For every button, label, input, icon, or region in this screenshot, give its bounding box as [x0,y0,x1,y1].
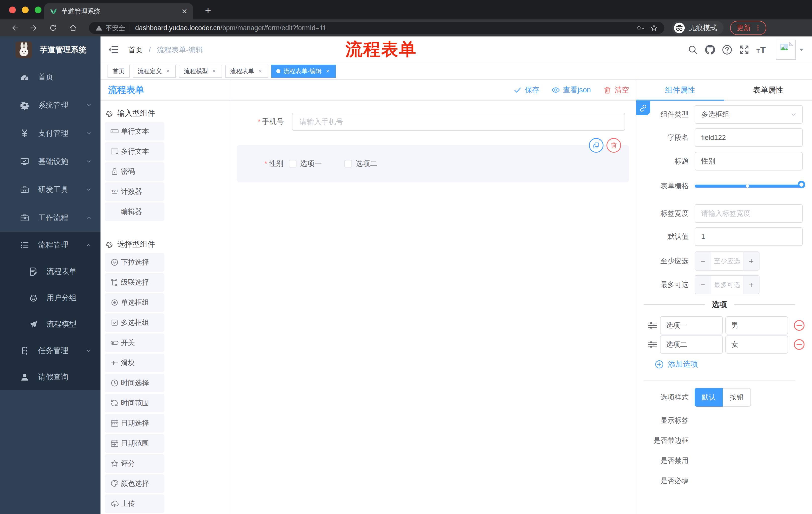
component-chip-switch[interactable]: 开关 [105,333,164,352]
slider-handle[interactable] [798,181,805,188]
style-button-button[interactable]: 按钮 [723,388,751,407]
component-chip-multi-text[interactable]: 多行文本 [105,142,164,161]
default-value-input[interactable] [695,227,803,246]
checkbox-option1[interactable] [289,160,296,167]
tab-form-props[interactable]: 表单属性 [724,80,812,100]
component-chip-time[interactable]: 时间选择 [105,374,164,392]
component-chip-radio-group[interactable]: 单选框组 [105,293,164,312]
sidebar-item-payment[interactable]: 支付管理 [0,119,100,147]
grid-slider[interactable] [695,185,801,188]
tag-process-definition[interactable]: 流程定义 × [133,64,176,78]
browser-update-button[interactable]: 更新 [730,21,766,35]
component-chip-cascader[interactable]: 级联选择 [105,273,164,292]
back-icon[interactable] [10,24,19,32]
option2-name-input[interactable] [660,335,723,354]
tab-component-props[interactable]: 组件属性 [636,80,724,100]
sidebar-item-devtools[interactable]: 研发工具 [0,175,100,204]
field-name-input[interactable] [695,128,803,147]
max-select-input[interactable] [711,276,743,294]
component-chip-color[interactable]: 颜色选择 [105,474,164,493]
minimize-window-button[interactable] [22,6,29,13]
component-chip-password[interactable]: 密码 [105,162,164,181]
sidebar-item-task-mgmt[interactable]: 任务管理 [0,337,100,364]
link-tab[interactable] [636,101,650,115]
component-chip-slider[interactable]: 滑块 [105,354,164,372]
sidebar-item-user-group[interactable]: 用户分组 [0,285,100,311]
sidebar-item-infra[interactable]: 基础设施 [0,147,100,175]
text-size-icon[interactable]: TT [756,44,767,55]
bookmark-star-icon[interactable] [650,24,658,32]
breadcrumb-home[interactable]: 首页 [128,46,143,54]
avatar-caret-down-icon[interactable] [798,46,805,53]
phone-field-row[interactable]: *手机号 [230,113,636,131]
close-tag-icon[interactable]: × [211,67,217,75]
component-chip-rate[interactable]: 评分 [105,454,164,473]
close-tag-icon[interactable]: × [165,67,171,75]
add-option-button[interactable]: 添加选项 [655,359,803,370]
component-chip-single-text[interactable]: 单行文本 [105,122,164,141]
tag-process-form[interactable]: 流程表单 × [225,64,268,78]
decrease-button[interactable]: − [695,276,711,294]
component-chip-counter[interactable]: 123计数器 [105,182,164,201]
delete-component-button[interactable] [607,138,621,153]
checkbox-option2-label[interactable]: 选项二 [355,159,377,169]
sidebar-logo[interactable]: 芋道管理系统 [0,36,100,63]
option1-name-input[interactable] [660,316,723,334]
browser-menu-icon[interactable] [755,24,761,32]
component-chip-select[interactable]: 下拉选择 [105,253,164,272]
component-chip-date-range[interactable]: 日期范围 [105,434,164,453]
phone-input[interactable] [292,113,625,131]
save-button[interactable]: 保存 [513,85,540,95]
drag-handle-icon[interactable] [647,320,658,330]
duplicate-component-button[interactable] [589,138,604,153]
component-chip-upload[interactable]: 上传 [105,494,164,513]
increase-button[interactable]: + [743,276,759,294]
new-tab-button[interactable]: + [201,4,215,18]
checkbox-option2[interactable] [344,160,352,167]
title-input[interactable] [695,152,803,170]
avatar[interactable] [776,40,796,60]
close-tag-icon[interactable]: × [325,67,330,75]
tag-process-form-edit[interactable]: 流程表单-编辑 × [271,64,336,78]
close-window-button[interactable] [9,6,16,13]
fullscreen-icon[interactable] [738,44,750,55]
sidebar-item-process-mgmt[interactable]: 流程管理 [0,232,100,258]
remove-option-icon[interactable] [793,319,805,331]
sidebar-item-system[interactable]: 系统管理 [0,91,100,119]
component-chip-date[interactable]: 日期选择 [105,414,164,433]
min-select-input[interactable] [711,252,743,270]
sidebar-item-workflow[interactable]: 工作流程 [0,204,100,232]
sidebar-item-process-form[interactable]: 流程表单 [0,258,100,285]
style-default-button[interactable]: 默认 [695,388,723,407]
label-width-input[interactable] [695,204,803,223]
sidebar-item-home[interactable]: 首页 [0,63,100,91]
sidebar-fold-icon[interactable] [108,45,118,55]
decrease-button[interactable]: − [695,252,711,270]
component-chip-editor[interactable]: 编辑器 [105,202,164,221]
question-icon[interactable] [722,44,733,55]
search-icon[interactable] [687,44,698,55]
forward-icon[interactable] [30,24,38,32]
option1-value-input[interactable] [725,316,788,334]
browser-tab[interactable]: 芋道管理系统 ✕ [44,3,193,19]
github-icon[interactable] [704,44,716,55]
view-json-button[interactable]: 查看json [551,85,591,95]
clear-button[interactable]: 清空 [603,85,629,95]
sidebar-item-process-model[interactable]: 流程模型 [0,311,100,337]
close-tag-icon[interactable]: × [257,67,263,75]
component-type-select[interactable] [695,105,803,124]
remove-option-icon[interactable] [793,339,805,351]
tag-process-model[interactable]: 流程模型 × [179,64,222,78]
checkbox-option1-label[interactable]: 选项一 [300,159,322,169]
increase-button[interactable]: + [743,252,759,270]
gender-field-selected-block[interactable]: *性别 选项一 选项二 [237,145,629,182]
close-tab-icon[interactable]: ✕ [179,7,187,16]
component-chip-checkbox-group[interactable]: 多选框组 [105,313,164,332]
component-chip-time-range[interactable]: 时间范围 [105,394,164,412]
sidebar-item-leave-query[interactable]: 请假查询 [0,364,100,390]
home-icon[interactable] [69,24,77,32]
option2-value-input[interactable] [725,335,788,354]
zoom-window-button[interactable] [35,6,41,13]
tag-home[interactable]: 首页 [108,64,129,78]
password-key-icon[interactable] [637,24,644,32]
